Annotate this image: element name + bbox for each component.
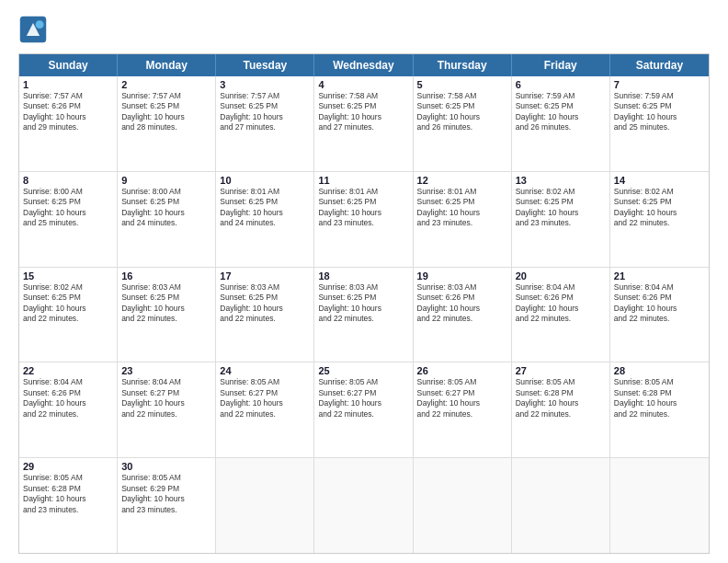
cell-info: Sunrise: 7:59 AM Sunset: 6:25 PM Dayligh… bbox=[614, 91, 705, 133]
calendar-cell: 21Sunrise: 8:04 AM Sunset: 6:26 PM Dayli… bbox=[610, 268, 709, 362]
day-number: 17 bbox=[220, 270, 310, 282]
header-row bbox=[18, 15, 710, 44]
calendar-cell: 13Sunrise: 8:02 AM Sunset: 6:25 PM Dayli… bbox=[512, 172, 610, 267]
cell-info: Sunrise: 8:05 AM Sunset: 6:27 PM Dayligh… bbox=[318, 377, 408, 419]
cell-info: Sunrise: 8:05 AM Sunset: 6:27 PM Dayligh… bbox=[417, 377, 507, 419]
calendar-cell: 5Sunrise: 7:58 AM Sunset: 6:25 PM Daylig… bbox=[414, 76, 512, 171]
calendar-cell: 2Sunrise: 7:57 AM Sunset: 6:25 PM Daylig… bbox=[118, 76, 216, 171]
day-number: 21 bbox=[614, 270, 705, 282]
calendar-cell bbox=[216, 458, 314, 553]
cell-info: Sunrise: 7:58 AM Sunset: 6:25 PM Dayligh… bbox=[318, 91, 408, 133]
day-number: 18 bbox=[318, 270, 408, 282]
calendar-cell: 29Sunrise: 8:05 AM Sunset: 6:28 PM Dayli… bbox=[19, 458, 118, 553]
calendar-cell: 1Sunrise: 7:57 AM Sunset: 6:26 PM Daylig… bbox=[19, 76, 118, 171]
day-number: 28 bbox=[614, 365, 705, 376]
cell-info: Sunrise: 8:04 AM Sunset: 6:26 PM Dayligh… bbox=[614, 282, 705, 325]
day-number: 25 bbox=[318, 365, 408, 376]
calendar-week-3: 22Sunrise: 8:04 AM Sunset: 6:26 PM Dayli… bbox=[19, 362, 709, 458]
day-number: 29 bbox=[23, 461, 113, 472]
calendar-cell: 12Sunrise: 8:01 AM Sunset: 6:25 PM Dayli… bbox=[414, 172, 512, 267]
day-number: 2 bbox=[121, 79, 211, 90]
calendar-cell bbox=[512, 458, 610, 553]
cell-info: Sunrise: 7:57 AM Sunset: 6:25 PM Dayligh… bbox=[220, 91, 310, 133]
day-number: 10 bbox=[220, 175, 310, 186]
day-number: 22 bbox=[23, 365, 113, 376]
cell-info: Sunrise: 8:05 AM Sunset: 6:28 PM Dayligh… bbox=[614, 377, 705, 419]
day-number: 30 bbox=[121, 461, 211, 472]
day-number: 27 bbox=[516, 365, 606, 376]
calendar-cell: 24Sunrise: 8:05 AM Sunset: 6:27 PM Dayli… bbox=[216, 362, 314, 457]
day-number: 4 bbox=[318, 79, 408, 90]
day-number: 15 bbox=[23, 270, 113, 282]
calendar-cell: 22Sunrise: 8:04 AM Sunset: 6:26 PM Dayli… bbox=[19, 362, 118, 457]
header-thursday: Thursday bbox=[414, 54, 512, 76]
cell-info: Sunrise: 8:03 AM Sunset: 6:26 PM Dayligh… bbox=[417, 282, 507, 325]
calendar-cell: 23Sunrise: 8:04 AM Sunset: 6:27 PM Dayli… bbox=[118, 362, 216, 457]
day-number: 23 bbox=[121, 365, 211, 376]
calendar-cell: 14Sunrise: 8:02 AM Sunset: 6:25 PM Dayli… bbox=[610, 172, 709, 267]
calendar-cell: 8Sunrise: 8:00 AM Sunset: 6:25 PM Daylig… bbox=[19, 172, 118, 267]
day-number: 9 bbox=[121, 175, 211, 186]
day-number: 16 bbox=[121, 270, 211, 282]
cell-info: Sunrise: 7:57 AM Sunset: 6:26 PM Dayligh… bbox=[23, 91, 113, 133]
calendar-body: 1Sunrise: 7:57 AM Sunset: 6:26 PM Daylig… bbox=[19, 76, 709, 553]
calendar-cell: 26Sunrise: 8:05 AM Sunset: 6:27 PM Dayli… bbox=[414, 362, 512, 457]
calendar-cell: 9Sunrise: 8:00 AM Sunset: 6:25 PM Daylig… bbox=[118, 172, 216, 267]
calendar-cell: 17Sunrise: 8:03 AM Sunset: 6:25 PM Dayli… bbox=[216, 268, 314, 362]
logo-icon bbox=[18, 15, 48, 44]
header-wednesday: Wednesday bbox=[314, 54, 413, 76]
day-number: 1 bbox=[23, 79, 113, 90]
calendar-cell: 25Sunrise: 8:05 AM Sunset: 6:27 PM Dayli… bbox=[314, 362, 413, 457]
header-saturday: Saturday bbox=[610, 54, 709, 76]
day-number: 7 bbox=[614, 79, 705, 90]
calendar-cell: 7Sunrise: 7:59 AM Sunset: 6:25 PM Daylig… bbox=[610, 76, 709, 171]
cell-info: Sunrise: 8:01 AM Sunset: 6:25 PM Dayligh… bbox=[417, 187, 507, 229]
cell-info: Sunrise: 7:58 AM Sunset: 6:25 PM Dayligh… bbox=[417, 91, 507, 133]
calendar-cell: 20Sunrise: 8:04 AM Sunset: 6:26 PM Dayli… bbox=[512, 268, 610, 362]
calendar-cell: 10Sunrise: 8:01 AM Sunset: 6:25 PM Dayli… bbox=[216, 172, 314, 267]
calendar-cell bbox=[414, 458, 512, 553]
calendar: Sunday Monday Tuesday Wednesday Thursday… bbox=[18, 53, 710, 554]
cell-info: Sunrise: 8:03 AM Sunset: 6:25 PM Dayligh… bbox=[318, 282, 408, 325]
calendar-cell: 19Sunrise: 8:03 AM Sunset: 6:26 PM Dayli… bbox=[414, 268, 512, 362]
cell-info: Sunrise: 8:01 AM Sunset: 6:25 PM Dayligh… bbox=[220, 187, 310, 229]
cell-info: Sunrise: 8:01 AM Sunset: 6:25 PM Dayligh… bbox=[318, 187, 408, 229]
day-number: 12 bbox=[417, 175, 507, 186]
calendar-cell: 27Sunrise: 8:05 AM Sunset: 6:28 PM Dayli… bbox=[512, 362, 610, 457]
header-friday: Friday bbox=[512, 54, 610, 76]
cell-info: Sunrise: 8:03 AM Sunset: 6:25 PM Dayligh… bbox=[220, 282, 310, 325]
cell-info: Sunrise: 8:02 AM Sunset: 6:25 PM Dayligh… bbox=[516, 187, 606, 229]
cell-info: Sunrise: 7:57 AM Sunset: 6:25 PM Dayligh… bbox=[121, 91, 211, 133]
day-number: 26 bbox=[417, 365, 507, 376]
cell-info: Sunrise: 8:05 AM Sunset: 6:27 PM Dayligh… bbox=[220, 377, 310, 419]
calendar-cell: 30Sunrise: 8:05 AM Sunset: 6:29 PM Dayli… bbox=[118, 458, 216, 553]
calendar-cell: 6Sunrise: 7:59 AM Sunset: 6:25 PM Daylig… bbox=[512, 76, 610, 171]
calendar-cell: 16Sunrise: 8:03 AM Sunset: 6:25 PM Dayli… bbox=[118, 268, 216, 362]
calendar-cell bbox=[314, 458, 413, 553]
header-monday: Monday bbox=[118, 54, 216, 76]
cell-info: Sunrise: 8:04 AM Sunset: 6:26 PM Dayligh… bbox=[23, 377, 113, 419]
cell-info: Sunrise: 8:04 AM Sunset: 6:27 PM Dayligh… bbox=[121, 377, 211, 419]
cell-info: Sunrise: 8:00 AM Sunset: 6:25 PM Dayligh… bbox=[121, 187, 211, 229]
header-tuesday: Tuesday bbox=[216, 54, 314, 76]
calendar-week-4: 29Sunrise: 8:05 AM Sunset: 6:28 PM Dayli… bbox=[19, 458, 709, 553]
day-number: 6 bbox=[516, 79, 606, 90]
calendar-cell bbox=[610, 458, 709, 553]
calendar-week-0: 1Sunrise: 7:57 AM Sunset: 6:26 PM Daylig… bbox=[19, 76, 709, 172]
logo bbox=[18, 15, 51, 44]
cell-info: Sunrise: 7:59 AM Sunset: 6:25 PM Dayligh… bbox=[516, 91, 606, 133]
cell-info: Sunrise: 8:02 AM Sunset: 6:25 PM Dayligh… bbox=[614, 187, 705, 229]
calendar-cell: 18Sunrise: 8:03 AM Sunset: 6:25 PM Dayli… bbox=[314, 268, 413, 362]
day-number: 13 bbox=[516, 175, 606, 186]
cell-info: Sunrise: 8:05 AM Sunset: 6:28 PM Dayligh… bbox=[516, 377, 606, 419]
day-number: 24 bbox=[220, 365, 310, 376]
calendar-week-1: 8Sunrise: 8:00 AM Sunset: 6:25 PM Daylig… bbox=[19, 172, 709, 268]
cell-info: Sunrise: 8:00 AM Sunset: 6:25 PM Dayligh… bbox=[23, 187, 113, 229]
day-number: 14 bbox=[614, 175, 705, 186]
cell-info: Sunrise: 8:02 AM Sunset: 6:25 PM Dayligh… bbox=[23, 282, 113, 325]
calendar-header: Sunday Monday Tuesday Wednesday Thursday… bbox=[19, 54, 709, 76]
day-number: 3 bbox=[220, 79, 310, 90]
day-number: 8 bbox=[23, 175, 113, 186]
day-number: 20 bbox=[516, 270, 606, 282]
calendar-cell: 15Sunrise: 8:02 AM Sunset: 6:25 PM Dayli… bbox=[19, 268, 118, 362]
